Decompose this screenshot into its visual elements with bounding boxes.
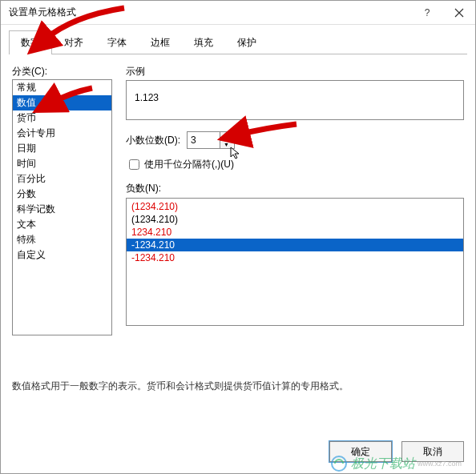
watermark: 极光下载站 www.xz7.com [330, 455, 462, 472]
tab-protection[interactable]: 保护 [225, 30, 268, 54]
tab-strip: 数字 对齐 字体 边框 填充 保护 [9, 30, 467, 54]
negative-label: 负数(N): [126, 182, 464, 195]
watermark-brand: 极光下载站 [351, 456, 415, 472]
decimal-input[interactable] [188, 132, 220, 148]
list-item[interactable]: (1234.210) [127, 200, 463, 213]
list-item[interactable]: 文本 [13, 217, 111, 232]
spinner-up[interactable]: ▲ [220, 132, 232, 141]
thousands-label: 使用千位分隔符(,)(U) [144, 158, 234, 171]
dialog-title: 设置单元格格式 [9, 6, 411, 19]
close-button[interactable] [443, 1, 475, 25]
list-item[interactable]: -1234.210 [127, 251, 463, 264]
watermark-icon [330, 455, 348, 472]
list-item[interactable]: 货币 [13, 110, 111, 126]
list-item[interactable]: 自定义 [13, 247, 111, 263]
list-item[interactable]: 分数 [13, 187, 111, 202]
description-text: 数值格式用于一般数字的表示。货币和会计格式则提供货币值计算的专用格式。 [12, 380, 349, 393]
help-button[interactable]: ? [411, 1, 443, 25]
list-item[interactable]: 1234.210 [127, 226, 463, 239]
tab-number[interactable]: 数字 [9, 30, 52, 54]
list-item[interactable]: -1234.210 [127, 239, 463, 251]
decimal-row: 小数位数(D): ▲ ▼ [126, 131, 464, 149]
sample-box: 1.123 [126, 80, 464, 120]
content-area: 分类(C): 常规 数值 货币 会计专用 日期 时间 百分比 分数 科学记数 文… [12, 65, 464, 425]
list-item[interactable]: 时间 [13, 156, 111, 171]
tab-font[interactable]: 字体 [95, 30, 139, 54]
category-list[interactable]: 常规 数值 货币 会计专用 日期 时间 百分比 分数 科学记数 文本 特殊 自定… [12, 79, 112, 335]
sample-value: 1.123 [135, 92, 159, 103]
list-item[interactable]: 会计专用 [13, 126, 111, 141]
negative-list[interactable]: (1234.210) (1234.210) 1234.210 -1234.210… [126, 198, 464, 326]
list-item[interactable]: 百分比 [13, 171, 111, 187]
spinner-down[interactable]: ▼ [220, 141, 232, 149]
decimal-spinner[interactable]: ▲ ▼ [187, 131, 235, 149]
list-item[interactable]: 数值 [13, 95, 111, 110]
titlebar: 设置单元格格式 ? [1, 1, 475, 25]
list-item[interactable]: 日期 [13, 141, 111, 156]
format-cells-dialog: 设置单元格格式 ? 数字 对齐 字体 边框 填充 保护 分类(C): 常规 数值… [0, 0, 476, 474]
tab-border[interactable]: 边框 [139, 30, 182, 54]
sample-label: 示例 [126, 65, 464, 78]
tab-fill[interactable]: 填充 [182, 30, 225, 54]
decimal-label: 小数位数(D): [126, 134, 180, 147]
tab-alignment[interactable]: 对齐 [52, 30, 95, 54]
right-panel: 示例 1.123 小数位数(D): ▲ ▼ 使用千位分隔符(,)(U) 负数(N… [126, 65, 464, 326]
list-item[interactable]: 特殊 [13, 232, 111, 247]
close-icon [454, 8, 464, 18]
list-item[interactable]: 科学记数 [13, 202, 111, 217]
list-item[interactable]: 常规 [13, 80, 111, 95]
list-item[interactable]: (1234.210) [127, 213, 463, 226]
svg-point-0 [332, 456, 346, 471]
watermark-url: www.xz7.com [418, 460, 462, 468]
thousands-checkbox[interactable] [129, 159, 139, 170]
spinner-arrows: ▲ ▼ [220, 132, 232, 148]
thousands-row: 使用千位分隔符(,)(U) [126, 157, 464, 172]
